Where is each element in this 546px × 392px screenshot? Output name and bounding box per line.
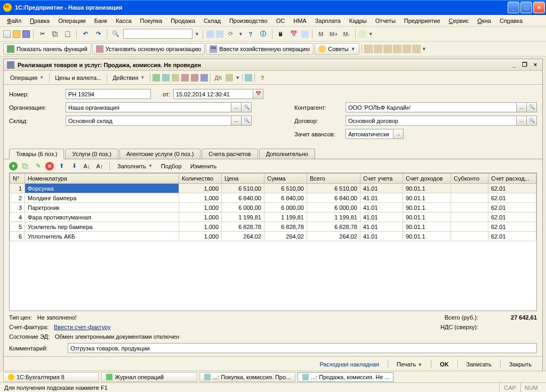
comment-field[interactable]	[68, 343, 537, 353]
sklad-field[interactable]	[66, 116, 231, 126]
dogovor-select-button[interactable]: ...	[517, 116, 527, 126]
help-icon[interactable]: ?	[245, 29, 256, 39]
copy-icon[interactable]: ⿻	[50, 29, 60, 39]
doc-tool-5[interactable]	[191, 74, 198, 81]
org-field[interactable]	[66, 102, 231, 112]
sklad-search-button[interactable]: 🔍	[242, 116, 252, 126]
doc-tool-dk[interactable]: ДК	[213, 72, 223, 83]
table-row[interactable]: 2Молдинг бампера1,0006 840,006 840,006 8…	[10, 193, 536, 203]
tab-goods[interactable]: Товары (6 поз.)	[9, 149, 64, 159]
menu-bank[interactable]: Банк	[91, 17, 111, 25]
tool-icon-3[interactable]	[301, 30, 309, 38]
grid-col-8[interactable]: Субконто	[451, 174, 488, 184]
sklad-select-button[interactable]: ...	[231, 116, 242, 126]
table-row[interactable]: 4Фара противотуманная1,0001 199,811 199,…	[10, 213, 536, 222]
doc-tool-1[interactable]	[152, 74, 160, 81]
tool-icon-2[interactable]	[216, 30, 223, 38]
number-field[interactable]	[66, 89, 151, 99]
cut-icon[interactable]: ✂	[37, 29, 47, 39]
doc-tool-8[interactable]	[245, 74, 252, 81]
tool-icon-4[interactable]	[359, 30, 366, 38]
grid-col-7[interactable]: Счет доходов	[403, 174, 451, 184]
quick-icon-3[interactable]	[383, 45, 392, 53]
undo-icon[interactable]: ↶	[80, 29, 91, 39]
move-down-button[interactable]: ⬇	[69, 161, 79, 172]
grid-col-0[interactable]: N°	[10, 174, 25, 184]
org-search-button[interactable]: 🔍	[242, 102, 252, 112]
quick-icon-1[interactable]	[364, 45, 373, 53]
sf-link[interactable]: Ввести счет-фактуру	[54, 324, 111, 330]
doc-close-button[interactable]: ×	[532, 61, 539, 69]
tab-extra[interactable]: Дополнительно	[259, 149, 315, 159]
menu-kadry[interactable]: Кадры	[346, 17, 371, 25]
zoom-icon[interactable]: 🔍	[110, 29, 121, 39]
sort-desc-button[interactable]: A↑	[94, 161, 105, 172]
save-icon[interactable]	[22, 30, 30, 38]
print-menu[interactable]: Печать ▼	[391, 360, 428, 369]
quick-icon-6[interactable]	[412, 45, 421, 53]
grid-col-1[interactable]: Номенклатура	[25, 174, 179, 184]
tab-services[interactable]: Услуги (0 поз.)	[65, 149, 118, 159]
quick-icon-4[interactable]	[393, 45, 402, 53]
tool4-dropdown-icon[interactable]: ▼	[368, 31, 373, 37]
menu-sale[interactable]: Продажа	[167, 17, 199, 25]
move-up-button[interactable]: ⬆	[56, 161, 67, 172]
avans-select-button[interactable]: ...	[394, 129, 404, 139]
grid-col-6[interactable]: Счет учета	[360, 174, 403, 184]
menu-file[interactable]: Файл	[3, 17, 25, 25]
set-org-button[interactable]: Установить основную организацию	[92, 43, 205, 55]
menu-salary[interactable]: Зарплата	[311, 17, 344, 25]
actions-menu[interactable]: Действия▼	[109, 72, 148, 83]
grid-col-9[interactable]: Счет расход...	[488, 174, 536, 184]
org-select-button[interactable]: ...	[231, 102, 242, 112]
search-dropdown-icon[interactable]: ▼	[195, 31, 199, 37]
menu-operations[interactable]: Операции	[54, 17, 89, 25]
fill-menu[interactable]: Заполнить▼	[114, 161, 156, 172]
tips-button[interactable]: Советы▼	[315, 43, 359, 55]
prices-button[interactable]: Цены и валюта...	[52, 72, 105, 83]
menu-reports[interactable]: Отчеты	[372, 17, 399, 25]
quick-icon-2[interactable]	[374, 45, 382, 53]
operation-menu[interactable]: Операция▼	[7, 72, 47, 83]
table-row[interactable]: 5Усилитель пер бампера1,0006 828,786 828…	[10, 222, 536, 232]
quick-icon-5[interactable]	[403, 45, 411, 53]
task-journal[interactable]: Журнал операций	[101, 372, 197, 382]
doc-tool-6[interactable]	[200, 74, 208, 81]
pick-button[interactable]: Подбор	[158, 161, 185, 172]
grid-col-2[interactable]: Количество	[179, 174, 222, 184]
grid-col-5[interactable]: Всего	[307, 174, 360, 184]
date-field[interactable]	[173, 89, 253, 99]
menu-company[interactable]: Предприятие	[400, 17, 444, 25]
goods-grid[interactable]: N°НоменклатураКоличествоЦенаСуммаВсегоСч…	[9, 173, 537, 311]
edit-row-button[interactable]: ✎	[33, 161, 43, 172]
tab-accounts[interactable]: Счета расчетов	[202, 149, 258, 159]
grid-col-3[interactable]: Цена	[222, 174, 264, 184]
table-row[interactable]: 1Форсунка1,0006 510,006 510,006 510,0041…	[10, 184, 536, 193]
edit-button[interactable]: Изменить	[187, 161, 220, 172]
close-button[interactable]: ×	[533, 2, 545, 13]
avans-field[interactable]	[346, 129, 394, 139]
open-icon[interactable]	[13, 30, 20, 38]
close-doc-button[interactable]: Закрыть	[504, 360, 537, 369]
add-row-button[interactable]: +	[9, 162, 18, 170]
dogovor-field[interactable]	[346, 116, 517, 126]
tool-icon-1[interactable]	[206, 30, 214, 38]
contr-field[interactable]	[346, 102, 517, 112]
paste-icon[interactable]: 📋	[62, 29, 73, 39]
naklad-link[interactable]: Расходная накладная	[314, 360, 384, 369]
doc-restore-button[interactable]: ❐	[521, 61, 528, 69]
doc-help-icon[interactable]: ?	[257, 72, 268, 83]
doc-minimize-button[interactable]: _	[510, 61, 518, 69]
redo-icon[interactable]: ↷	[93, 29, 103, 39]
doc-tool-2[interactable]	[162, 74, 170, 81]
search-input[interactable]	[123, 29, 192, 39]
calculator-icon[interactable]: 🖩	[276, 29, 286, 39]
info-icon[interactable]: ⓘ	[258, 29, 269, 39]
sort-asc-button[interactable]: A↓	[82, 161, 92, 172]
minimize-button[interactable]: _	[508, 2, 519, 13]
menu-service[interactable]: Сервис	[445, 17, 473, 25]
table-row[interactable]: 6Уплотнитель АКБ1,000264,02264,02264,024…	[10, 232, 536, 241]
mark-mplus-icon[interactable]: M+	[328, 29, 339, 39]
mark-mminus-icon[interactable]: M-	[341, 29, 352, 39]
task-purchase[interactable]: ...: Покупка, комиссия. Про...	[199, 372, 295, 382]
